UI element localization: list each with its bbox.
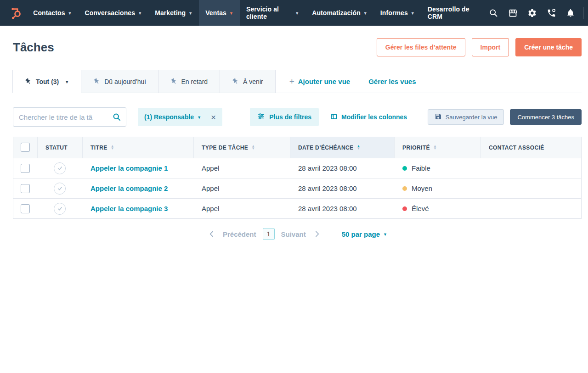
- plus-icon: +: [289, 77, 294, 87]
- sort-asc-icon: ▲▼: [356, 145, 360, 150]
- close-icon[interactable]: ×: [211, 113, 216, 122]
- row-checkbox[interactable]: [21, 204, 30, 213]
- due-date-cell: 28 avril 2023 08:00: [290, 199, 394, 218]
- select-all-cell: [13, 137, 37, 157]
- tab-tout[interactable]: Tout (3) ▼: [12, 70, 81, 93]
- tab-en-retard[interactable]: En retard: [158, 70, 220, 93]
- row-select-cell: [13, 199, 37, 218]
- tasks-table: STATUT TITRE ▲▼ TYPE DE TÂCHE ▲▼ DATE D’…: [13, 137, 582, 219]
- nav-item-desarrollo-de-crm[interactable]: Desarrollo de CRM: [421, 0, 484, 26]
- chevron-down-icon: ▼: [68, 11, 72, 16]
- hubspot-logo-icon[interactable]: [6, 0, 27, 26]
- header-actions: Gérer les files d’attente Import Créer u…: [377, 38, 582, 56]
- priority-label: Faible: [412, 164, 430, 172]
- nav-item-servicio-al-cliente[interactable]: Servicio al cliente▼: [240, 0, 305, 26]
- priority-cell: Faible: [394, 158, 481, 178]
- nav-item-informes[interactable]: Informes▼: [374, 0, 421, 26]
- nav-item-automatizacion[interactable]: Automatización▼: [305, 0, 374, 26]
- search-icon[interactable]: [484, 0, 503, 26]
- table-toolbar: (1) Responsable ▼ × Plus de filtres Modi…: [13, 107, 582, 127]
- start-tasks-button[interactable]: Commencer 3 tâches: [510, 109, 582, 125]
- pin-icon: [170, 78, 177, 85]
- pin-icon: [232, 78, 239, 85]
- view-tabs: Tout (3) ▼ Dû aujourd’hui En retard À ve…: [13, 70, 582, 93]
- filter-sliders-icon: [257, 112, 265, 122]
- chevron-down-icon[interactable]: ▼: [65, 80, 69, 84]
- task-type-cell: Appel: [193, 199, 290, 218]
- page-header: Tâches Gérer les files d’attente Import …: [13, 38, 582, 56]
- settings-gear-icon[interactable]: [522, 0, 542, 26]
- nav-utilities: [484, 0, 588, 26]
- priority-cell: Élevé: [394, 199, 481, 218]
- complete-task-toggle[interactable]: [54, 203, 66, 215]
- column-header-priorite[interactable]: PRIORITÉ ▲▼: [394, 137, 481, 158]
- tasks-page: Tâches Gérer les files d’attente Import …: [0, 38, 588, 240]
- column-header-type-de-tache[interactable]: TYPE DE TÂCHE ▲▼: [193, 137, 290, 158]
- create-task-button[interactable]: Créer une tâche: [515, 38, 582, 56]
- status-cell: [37, 158, 82, 178]
- column-header-date-decheance[interactable]: DATE D’ÉCHÉANCE ▲▼: [290, 137, 394, 158]
- nav-item-conversaciones[interactable]: Conversaciones▼: [79, 0, 149, 26]
- nav-menu: Contactos▼ Conversaciones▼ Marketing▼ Ve…: [27, 0, 484, 26]
- table-row: Appeler la compagnie 2 Appel 28 avril 20…: [13, 178, 581, 198]
- save-floppy-icon: [435, 113, 442, 122]
- pin-icon: [25, 78, 32, 85]
- chevron-down-icon: ▼: [295, 11, 299, 16]
- nav-item-contactos[interactable]: Contactos▼: [27, 0, 78, 26]
- top-navigation: Contactos▼ Conversaciones▼ Marketing▼ Ve…: [0, 0, 588, 26]
- column-header-contact-associe: CONTACT ASSOCIÉ: [481, 137, 581, 158]
- task-title-link[interactable]: Appeler la compagnie 1: [90, 164, 168, 172]
- complete-task-toggle[interactable]: [54, 183, 66, 195]
- filter-chip-label[interactable]: (1) Responsable: [144, 113, 194, 121]
- chevron-down-icon: ▼: [383, 232, 387, 237]
- status-cell: [37, 178, 82, 198]
- priority-label: Élevé: [412, 205, 429, 212]
- chevron-down-icon: ▼: [229, 11, 233, 16]
- notifications-bell-icon[interactable]: [561, 0, 580, 26]
- task-type-cell: Appel: [193, 178, 290, 198]
- table-header-row: STATUT TITRE ▲▼ TYPE DE TÂCHE ▲▼ DATE D’…: [13, 137, 581, 158]
- pin-icon: [93, 78, 100, 85]
- tab-a-venir[interactable]: À venir: [220, 70, 276, 93]
- chevron-down-icon[interactable]: ▼: [197, 115, 201, 120]
- search-icon[interactable]: [112, 112, 121, 123]
- calls-phone-icon[interactable]: [542, 0, 561, 26]
- marketplace-icon[interactable]: [503, 0, 522, 26]
- current-page-button[interactable]: 1: [263, 228, 275, 240]
- priority-dot: [402, 206, 407, 211]
- save-view-button[interactable]: Sauvegarder la vue: [428, 109, 504, 125]
- next-page-button[interactable]: Suivant: [281, 230, 306, 238]
- row-select-cell: [13, 158, 37, 178]
- next-page-chevron-icon[interactable]: [312, 229, 322, 239]
- edit-columns-button[interactable]: Modifier les colonnes: [326, 113, 412, 122]
- nav-item-ventas[interactable]: Ventas▼: [199, 0, 240, 26]
- due-date-cell: 28 avril 2023 08:00: [290, 178, 394, 198]
- task-title-link[interactable]: Appeler la compagnie 3: [90, 205, 168, 212]
- import-button[interactable]: Import: [472, 38, 509, 56]
- manage-queues-button[interactable]: Gérer les files d’attente: [377, 38, 465, 56]
- tab-du-aujourdhui[interactable]: Dû aujourd’hui: [81, 70, 158, 93]
- manage-views-link[interactable]: Gérer les vues: [368, 78, 416, 85]
- add-view-link[interactable]: +Ajouter une vue: [289, 77, 350, 87]
- nav-item-marketing[interactable]: Marketing▼: [148, 0, 199, 26]
- previous-page-chevron-icon[interactable]: [207, 229, 216, 239]
- due-date-cell: 28 avril 2023 08:00: [290, 158, 394, 178]
- complete-task-toggle[interactable]: [54, 162, 66, 174]
- priority-cell: Moyen: [394, 178, 481, 198]
- previous-page-button[interactable]: Précédent: [223, 230, 256, 238]
- row-checkbox[interactable]: [21, 184, 30, 193]
- columns-grid-icon: [330, 113, 338, 122]
- task-title-link[interactable]: Appeler la compagnie 2: [90, 184, 168, 192]
- pagination: Précédent 1 Suivant 50 par page ▼: [13, 228, 582, 240]
- priority-dot: [402, 186, 407, 191]
- row-checkbox[interactable]: [21, 164, 30, 173]
- column-header-titre[interactable]: TITRE ▲▼: [82, 137, 193, 158]
- per-page-select[interactable]: 50 par page ▼: [342, 230, 387, 238]
- views-links: +Ajouter une vue Gérer les vues: [289, 70, 416, 93]
- select-all-checkbox[interactable]: [21, 143, 30, 152]
- priority-dot: [402, 166, 407, 171]
- column-header-statut: STATUT: [37, 137, 82, 158]
- associated-contact-cell: [481, 178, 581, 198]
- more-filters-button[interactable]: Plus de filtres: [250, 108, 319, 126]
- search-task-input[interactable]: [13, 108, 126, 126]
